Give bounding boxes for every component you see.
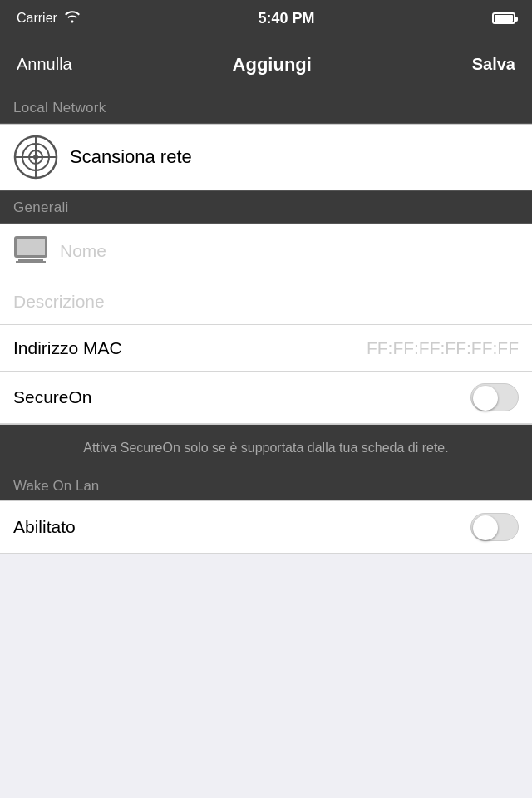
local-network-section: Scansiona rete <box>0 124 532 190</box>
generali-header: Generali <box>0 190 532 224</box>
mac-field-row: Indirizzo MAC <box>0 325 532 372</box>
cancel-button[interactable]: Annulla <box>13 48 76 81</box>
abilitato-label: Abilitato <box>13 517 163 537</box>
scan-label: Scansiona rete <box>70 146 192 168</box>
computer-icon <box>13 236 48 266</box>
scan-icon <box>13 135 58 180</box>
generali-header-text: Generali <box>13 200 69 215</box>
generali-section: Indirizzo MAC SecureOn <box>0 224 532 425</box>
descrizione-field-row <box>0 278 532 325</box>
nav-title: Aggiungi <box>233 54 312 76</box>
battery-indicator <box>492 12 515 24</box>
secure-on-info-text: Attiva SecureOn solo se è supportata dal… <box>83 441 448 455</box>
wake-on-lan-section: Abilitato <box>0 500 532 554</box>
status-bar: Carrier 5:40 PM <box>0 0 532 37</box>
secure-on-info-box: Attiva SecureOn solo se è supportata dal… <box>0 425 532 471</box>
local-network-header-text: Local Network <box>13 100 106 116</box>
abilitato-field-row: Abilitato <box>0 501 532 554</box>
mac-input[interactable] <box>163 338 519 358</box>
mac-label: Indirizzo MAC <box>13 338 163 358</box>
carrier-wifi: Carrier <box>17 10 81 27</box>
local-network-header: Local Network <box>0 91 532 124</box>
nome-input[interactable] <box>60 241 519 261</box>
carrier-label: Carrier <box>17 11 57 26</box>
abilitato-toggle[interactable] <box>470 513 519 541</box>
descrizione-input[interactable] <box>0 278 532 325</box>
nav-bar: Annulla Aggiungi Salva <box>0 37 532 91</box>
nome-field-row <box>0 224 532 278</box>
wifi-icon <box>64 10 81 27</box>
save-button[interactable]: Salva <box>469 48 519 81</box>
scan-rete-item[interactable]: Scansiona rete <box>0 125 532 190</box>
status-time: 5:40 PM <box>258 10 314 27</box>
secure-on-label: SecureOn <box>13 387 163 407</box>
wake-on-lan-header-text: Wake On Lan <box>13 478 99 494</box>
secure-on-toggle[interactable] <box>470 383 519 411</box>
svg-point-5 <box>33 155 38 160</box>
secure-on-field-row: SecureOn <box>0 372 532 424</box>
wake-on-lan-header: Wake On Lan <box>0 471 532 500</box>
